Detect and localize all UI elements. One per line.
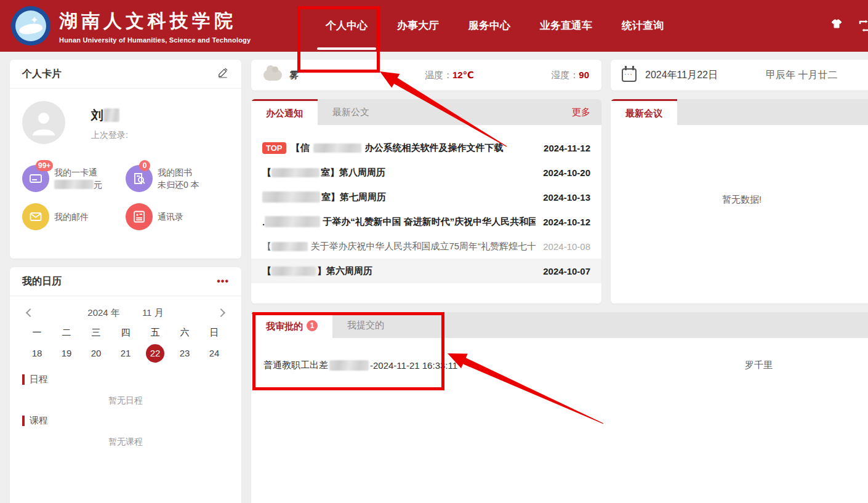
solar-date: 2024年11月22日 <box>645 69 718 82</box>
notice-row[interactable]: . 于举办“礼赞新中国 奋进新时代”庆祝中华人民共和国成... 2024-10-… <box>262 209 590 234</box>
calendar-day[interactable]: 24 <box>199 342 229 365</box>
notice-row[interactable]: TOP 【信 办公系统相关软件及操作文件下载 2024-11-12 <box>262 135 590 160</box>
switch-view-icon[interactable] <box>854 15 868 36</box>
books-label: 我的图书 <box>158 166 199 179</box>
meeting-panel: 最新会议 暂无数据! <box>611 99 868 304</box>
shortcut-contacts[interactable]: 通讯录 <box>126 203 229 230</box>
calendar-day[interactable]: 19 <box>52 342 81 365</box>
notice-date: 2024-10-20 <box>536 167 590 178</box>
schedule-section-label: 日程 <box>22 374 229 385</box>
calendar-day[interactable]: 21 <box>111 342 140 365</box>
notice-row[interactable]: 【 关于举办庆祝中华人民共和国成立75周年“礼赞辉煌七十五... 2024-10… <box>262 234 590 259</box>
humidity-reading: 湿度：90 <box>551 70 589 81</box>
date-bar: 2024年11月22日 甲辰年 十月廿二 <box>611 60 868 91</box>
campus-card-icon: 99+ <box>22 165 49 192</box>
calendar-day-row: 18 19 20 21 22 23 24 <box>22 342 229 365</box>
approval-count-badge: 1 <box>307 320 318 331</box>
notice-row[interactable]: 室】第七周周历 2024-10-13 <box>262 185 590 209</box>
calendar-day[interactable]: 18 <box>22 342 52 365</box>
school-name: 湖南人文科技学院 <box>59 9 251 34</box>
nav-service-hall[interactable]: 办事大厅 <box>382 0 454 52</box>
notice-date: 2024-10-13 <box>536 192 590 203</box>
school-name-en: Hunan University of Humanities, Science … <box>59 36 251 44</box>
notice-row[interactable]: 【 室】第八周周历 2024-10-20 <box>262 160 590 185</box>
user-avatar[interactable] <box>22 101 65 144</box>
school-logo-emblem: ✦ <box>15 10 46 41</box>
approver-name: 罗千里 <box>745 360 861 371</box>
contacts-label: 通讯录 <box>158 211 183 223</box>
tab-my-submissions[interactable]: 我提交的 <box>332 312 399 338</box>
notice-panel: 办公通知 最新公文 更多 TOP 【信 办公系统相关软件及操作文件下载 2024… <box>251 99 601 304</box>
notice-date: 2024-10-07 <box>536 266 590 276</box>
edit-profile-icon[interactable] <box>217 66 229 81</box>
tab-latest-meetings[interactable]: 最新会议 <box>611 99 677 125</box>
meetings-empty-text: 暂无数据! <box>611 194 868 206</box>
tab-office-notice[interactable]: 办公通知 <box>251 99 318 125</box>
approval-panel: 我审批的1 我提交的 普通教职工出差-2024-11-21 16:33:11 罗… <box>251 312 868 503</box>
contacts-icon <box>126 203 153 230</box>
notice-date: 2024-10-08 <box>536 241 590 252</box>
tab-my-approvals[interactable]: 我审批的1 <box>251 312 332 338</box>
calendar-year-month: 2024 年11 月 <box>33 307 218 319</box>
app-header: ✦ 湖南人文科技学院 Hunan University of Humanitie… <box>0 0 868 52</box>
course-empty-text: 暂无课程 <box>22 437 229 448</box>
weather-bar: 雾 温度：12℃ 湿度：90 <box>251 60 601 91</box>
books-badge: 0 <box>139 160 150 171</box>
campus-card-label: 我的一卡通 <box>54 166 102 179</box>
fog-weather-icon <box>263 70 282 81</box>
approval-item[interactable]: 普通教职工出差-2024-11-21 16:33:11 罗千里 <box>251 352 868 379</box>
notices-more-link[interactable]: 更多 <box>572 99 601 125</box>
campus-card-balance: 元 <box>54 179 102 191</box>
school-title-block: 湖南人文科技学院 Hunan University of Humanities,… <box>59 9 251 44</box>
nav-statistics-query[interactable]: 统计查询 <box>607 0 678 52</box>
calendar-day[interactable]: 23 <box>170 342 199 365</box>
calendar-card: 我的日历 ••• 2024 年11 月 一 二 三 四 五 六 日 18 19 … <box>10 267 241 503</box>
tab-latest-documents[interactable]: 最新公文 <box>318 99 384 125</box>
notice-date: 2024-11-12 <box>536 143 590 153</box>
schedule-empty-text: 暂无日程 <box>22 395 229 406</box>
calendar-next-icon[interactable] <box>217 308 225 317</box>
profile-card: 个人卡片 刘 上次登录: 99+ 我的一卡通 元 <box>10 60 241 259</box>
books-icon: 0 <box>126 165 153 192</box>
calendar-day[interactable]: 20 <box>81 342 111 365</box>
weather-condition: 雾 <box>289 70 299 81</box>
temperature-reading: 温度：12℃ <box>425 70 474 81</box>
mail-label: 我的邮件 <box>54 211 89 223</box>
user-name: 刘 <box>91 107 128 124</box>
school-logo[interactable]: ✦ <box>11 6 50 46</box>
logo-swoosh-shape <box>18 22 43 36</box>
course-section-label: 课程 <box>22 415 229 427</box>
notice-row[interactable]: 【 】第六周周历 2024-10-07 <box>251 259 601 283</box>
calendar-day-selected[interactable]: 22 <box>140 342 170 365</box>
theme-skin-icon[interactable] <box>826 15 847 36</box>
shortcut-my-mail[interactable]: 我的邮件 <box>22 203 126 230</box>
shortcut-my-books[interactable]: 0 我的图书 未归还0 本 <box>126 165 229 192</box>
calendar-more-icon[interactable]: ••• <box>217 276 229 287</box>
notice-date: 2024-10-12 <box>536 217 590 227</box>
main-nav: 个人中心 办事大厅 服务中心 业务直通车 统计查询 <box>311 0 678 52</box>
nav-business-express[interactable]: 业务直通车 <box>525 0 607 52</box>
shortcut-campus-card[interactable]: 99+ 我的一卡通 元 <box>22 165 126 192</box>
last-login-label: 上次登录: <box>91 130 128 141</box>
nav-personal-center[interactable]: 个人中心 <box>311 0 382 52</box>
calendar-card-title: 我的日历 <box>22 275 62 288</box>
calendar-weekday-row: 一 二 三 四 五 六 日 <box>22 323 229 342</box>
mail-icon <box>22 203 49 230</box>
lunar-date: 甲辰年 十月廿二 <box>766 69 837 82</box>
profile-card-title: 个人卡片 <box>22 68 62 81</box>
campus-card-badge: 99+ <box>36 160 53 171</box>
calendar-date-icon <box>622 68 637 82</box>
nav-service-center[interactable]: 服务中心 <box>454 0 525 52</box>
top-badge: TOP <box>262 142 286 154</box>
books-value: 未归还0 本 <box>158 179 199 191</box>
